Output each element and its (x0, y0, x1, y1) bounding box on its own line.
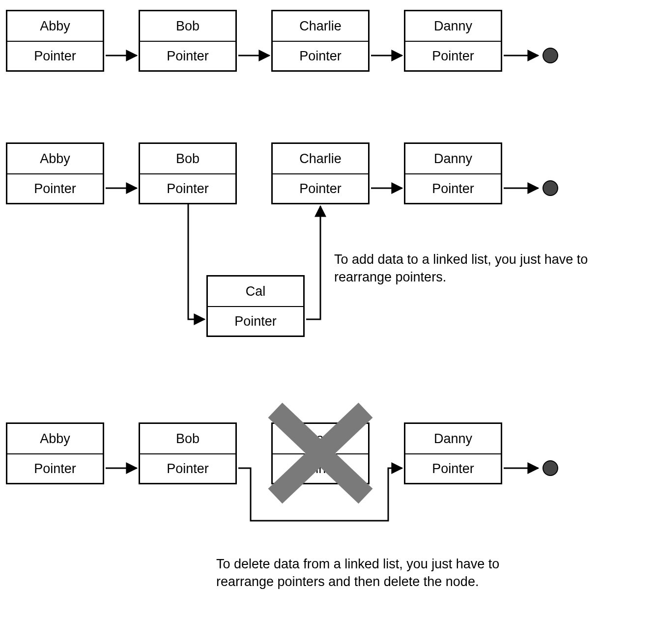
list-node-row1-2: Charlie Pointer (271, 10, 370, 72)
list-node-insert: Cal Pointer (206, 275, 305, 337)
node-name: Danny (405, 11, 501, 41)
null-terminator-icon (543, 48, 558, 63)
list-node-row2-3: Danny Pointer (404, 142, 502, 204)
node-name: Cal (208, 277, 303, 306)
node-pointer: Pointer (7, 173, 103, 203)
null-terminator-icon (543, 181, 558, 196)
node-name: Bob (140, 424, 235, 453)
node-name: Charlie (273, 144, 368, 173)
list-node-row3-3: Danny Pointer (404, 422, 502, 484)
node-pointer: Pointer (140, 41, 235, 70)
node-pointer: Pointer (405, 41, 501, 70)
node-name: Bob (140, 144, 235, 173)
node-pointer: Pointer (140, 453, 235, 483)
node-pointer: Pointer (7, 453, 103, 483)
arrow-icon (188, 204, 204, 319)
node-pointer: Pointer (140, 173, 235, 203)
node-pointer: Pointer (208, 306, 303, 336)
list-node-row1-3: Danny Pointer (404, 10, 502, 72)
node-name: Abby (7, 424, 103, 453)
null-terminator-icon (543, 461, 558, 476)
node-name: Charlie (273, 424, 368, 453)
list-node-row1-0: Abby Pointer (6, 10, 104, 72)
list-node-row1-1: Bob Pointer (139, 10, 237, 72)
list-node-row2-1: Bob Pointer (139, 142, 237, 204)
node-name: Abby (7, 11, 103, 41)
node-pointer: Pointer (405, 453, 501, 483)
node-name: Abby (7, 144, 103, 173)
node-name: Danny (405, 144, 501, 173)
node-pointer: Pointer (405, 173, 501, 203)
node-name: Charlie (273, 11, 368, 41)
node-pointer: Pointer (7, 41, 103, 70)
node-name: Danny (405, 424, 501, 453)
list-node-row3-1: Bob Pointer (139, 422, 237, 484)
list-node-row3-2: Charlie Pointer (271, 422, 370, 484)
list-node-row2-0: Abby Pointer (6, 142, 104, 204)
diagram-connectors (0, 0, 657, 644)
caption-add: To add data to a linked list, you just h… (334, 251, 590, 286)
caption-delete: To delete data from a linked list, you j… (216, 555, 550, 591)
node-pointer: Pointer (273, 453, 368, 483)
list-node-row3-0: Abby Pointer (6, 422, 104, 484)
node-name: Bob (140, 11, 235, 41)
list-node-row2-2: Charlie Pointer (271, 142, 370, 204)
node-pointer: Pointer (273, 41, 368, 70)
arrow-icon (306, 206, 320, 319)
node-pointer: Pointer (273, 173, 368, 203)
